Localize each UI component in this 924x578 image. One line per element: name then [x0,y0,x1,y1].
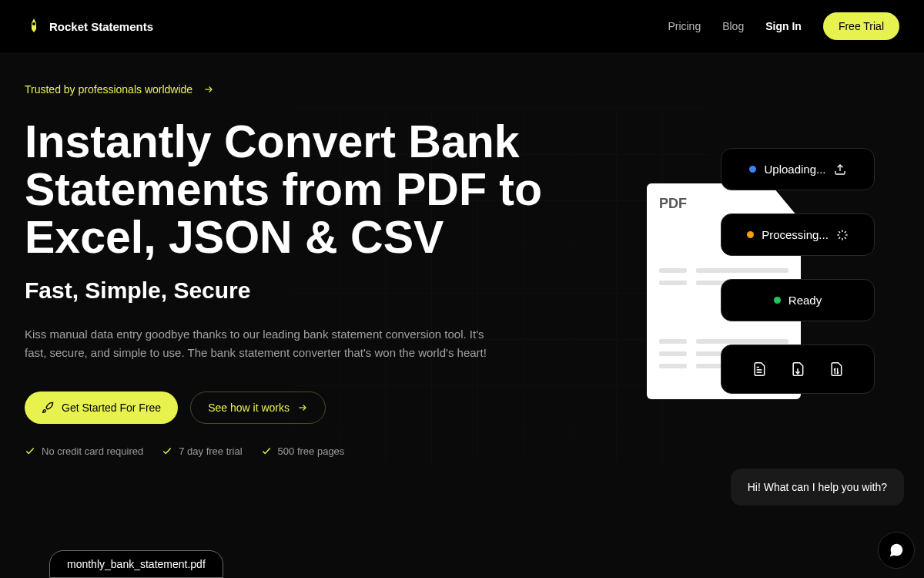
feature-text: 7 day free trial [179,445,242,457]
feature-item: 7 day free trial [162,445,242,457]
nav-blog[interactable]: Blog [722,20,744,32]
header: Rocket Statements Pricing Blog Sign In F… [0,0,924,52]
feature-item: 500 free pages [261,445,345,457]
loader-icon [836,229,849,241]
status-processing-label: Processing... [762,228,829,241]
status-ready-label: Ready [788,294,822,307]
chat-launcher-button[interactable] [878,532,915,569]
rocket-logo-icon [25,17,43,35]
free-trial-button[interactable]: Free Trial [823,12,899,40]
check-icon [25,445,35,456]
export-xlsx-icon[interactable] [752,361,767,378]
feature-list: No credit card required 7 day free trial… [25,445,899,457]
status-processing: Processing... [721,213,875,256]
status-ready: Ready [721,279,875,321]
check-icon [162,445,172,456]
headline: Instantly Convert Bank Statements from P… [25,119,564,262]
svg-line-10 [839,237,840,238]
brand-logo[interactable]: Rocket Statements [25,17,153,35]
brand-name: Rocket Statements [49,20,153,33]
trusted-badge[interactable]: Trusted by professionals worldwide [25,83,899,96]
get-started-button[interactable]: Get Started For Free [25,391,178,424]
chat-icon [888,542,905,559]
rocket-icon [42,402,54,414]
status-uploading-label: Uploading... [764,163,825,176]
svg-line-11 [845,231,846,233]
arrow-right-icon [297,402,308,413]
feature-text: 500 free pages [278,445,345,457]
svg-point-0 [32,22,35,25]
status-dot-ready [774,297,781,304]
hero-description: Kiss manual data entry goodbye thanks to… [25,325,487,362]
export-csv-icon[interactable] [790,361,805,378]
export-actions [721,344,875,394]
status-pills: Uploading... Processing... Ready [721,148,875,394]
svg-line-6 [839,231,840,233]
arrow-right-icon [203,84,214,95]
check-icon [261,445,272,456]
upload-icon [834,163,846,176]
svg-line-7 [845,237,846,238]
nav: Pricing Blog Sign In Free Trial [668,12,899,40]
feature-text: No credit card required [42,445,143,457]
trusted-text: Trusted by professionals worldwide [25,83,192,96]
chat-greeting[interactable]: Hi! What can I help you with? [731,469,904,506]
export-json-icon[interactable] [829,361,844,378]
feature-item: No credit card required [25,445,143,457]
see-how-it-works-button[interactable]: See how it works [190,391,326,424]
status-dot-processing [747,231,754,238]
get-started-label: Get Started For Free [62,402,161,414]
file-name-pill: monthly_bank_statement.pdf [49,550,223,578]
hero-section: Trusted by professionals worldwide Insta… [0,52,924,488]
pdf-label: PDF [659,196,687,212]
see-how-it-works-label: See how it works [208,402,290,414]
status-uploading: Uploading... [721,148,875,190]
nav-pricing[interactable]: Pricing [668,20,701,32]
nav-signin[interactable]: Sign In [765,20,802,32]
status-dot-uploading [749,166,756,173]
